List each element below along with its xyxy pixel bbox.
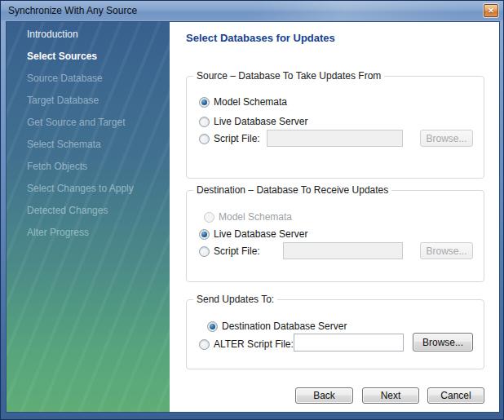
sidebar-item-select-sources[interactable]: Select Sources [27, 46, 170, 68]
destination-model-schemata-radio [204, 212, 214, 223]
destination-group-title: Destination – Database To Receive Update… [193, 184, 391, 196]
source-group: Source – Database To Take Updates From M… [186, 76, 484, 179]
send-destination-server-radio[interactable] [207, 321, 218, 332]
main-pane: Select Databases for Updates Source – Da… [170, 22, 499, 412]
close-icon: ✕ [488, 7, 494, 15]
sidebar-item-fetch-objects: Fetch Objects [27, 156, 170, 178]
source-live-server-radio[interactable] [199, 117, 210, 127]
destination-script-file-option[interactable]: Script File: [199, 245, 260, 257]
destination-script-file-input [283, 242, 403, 259]
wizard-steps-sidebar: Introduction Select Sources Source Datab… [7, 22, 170, 412]
alter-script-file-option[interactable]: ALTER Script File: [199, 338, 294, 350]
source-script-file-radio[interactable] [199, 134, 210, 144]
sidebar-item-target-database: Target Database [27, 90, 170, 112]
destination-script-file-radio[interactable] [199, 246, 210, 257]
destination-browse-button: Browse... [420, 242, 473, 259]
sidebar-item-detected-changes: Detected Changes [27, 200, 170, 222]
sidebar-item-source-database: Source Database [27, 68, 170, 90]
sidebar-item-get-source-and-target: Get Source and Target [27, 112, 170, 134]
back-button[interactable]: Back [295, 387, 353, 404]
source-script-file-label: Script File: [214, 133, 260, 144]
source-group-title: Source – Database To Take Updates From [193, 70, 384, 82]
sidebar-item-select-schemata: Select Schemata [27, 134, 170, 156]
client-area: Introduction Select Sources Source Datab… [6, 21, 500, 413]
source-live-server-option[interactable]: Live Database Server [199, 116, 307, 127]
title-bar[interactable]: Synchronize With Any Source [1, 1, 503, 20]
source-script-file-input [267, 130, 403, 147]
send-updates-group: Send Updates To: Destination Database Se… [186, 299, 484, 369]
source-script-file-option[interactable]: Script File: [199, 133, 260, 144]
destination-group: Destination – Database To Receive Update… [186, 190, 484, 282]
destination-live-server-option[interactable]: Live Database Server [199, 228, 307, 240]
window-title: Synchronize With Any Source [8, 5, 137, 16]
close-button[interactable]: ✕ [484, 4, 498, 17]
source-browse-button: Browse... [420, 130, 473, 147]
destination-live-server-radio[interactable] [199, 229, 210, 240]
page-title: Select Databases for Updates [186, 32, 335, 44]
alter-script-file-label: ALTER Script File: [214, 338, 294, 350]
send-destination-server-label: Destination Database Server [222, 321, 347, 332]
send-destination-server-option[interactable]: Destination Database Server [207, 321, 347, 332]
sidebar-item-introduction[interactable]: Introduction [27, 24, 170, 46]
alter-script-file-radio[interactable] [199, 339, 210, 350]
source-model-schemata-label: Model Schemata [214, 96, 287, 108]
source-model-schemata-radio[interactable] [199, 97, 210, 108]
alter-browse-button[interactable]: Browse... [413, 333, 473, 351]
sidebar-item-select-changes-to-apply: Select Changes to Apply [27, 178, 170, 200]
sidebar-item-alter-progress: Alter Progress [27, 222, 170, 244]
alter-script-file-input[interactable] [294, 334, 404, 351]
source-live-server-label: Live Database Server [214, 116, 307, 127]
send-updates-group-title: Send Updates To: [193, 294, 277, 305]
destination-script-file-label: Script File: [214, 245, 260, 257]
step-list: Introduction Select Sources Source Datab… [7, 22, 170, 244]
source-model-schemata-option[interactable]: Model Schemata [199, 96, 287, 108]
wizard-window: Synchronize With Any Source ✕ Introducti… [0, 0, 504, 420]
destination-live-server-label: Live Database Server [214, 228, 307, 240]
cancel-button[interactable]: Cancel [427, 387, 484, 404]
next-button[interactable]: Next [362, 387, 419, 404]
destination-model-schemata-option: Model Schemata [204, 211, 292, 223]
destination-model-schemata-label: Model Schemata [219, 211, 292, 223]
